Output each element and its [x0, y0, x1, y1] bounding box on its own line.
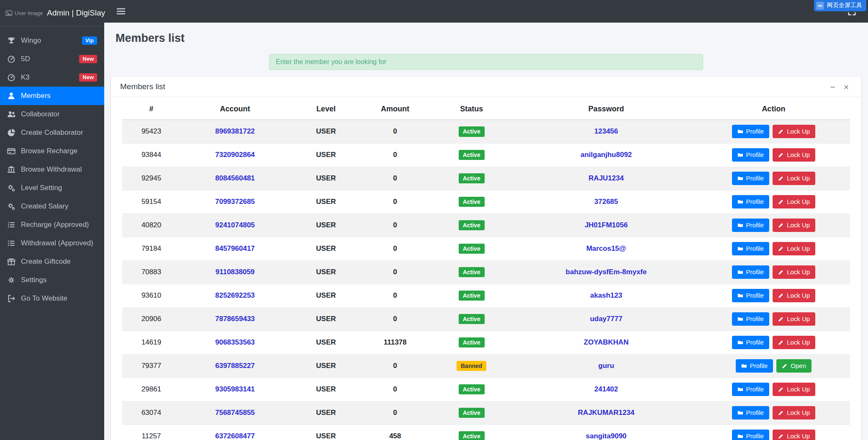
lockup-button[interactable]: Lock Up	[773, 383, 815, 396]
profile-button[interactable]: Profile	[732, 312, 770, 326]
password-link[interactable]: sangita9090	[586, 432, 627, 440]
member-id: 11257	[122, 425, 180, 440]
password-link[interactable]: 372685	[594, 198, 618, 206]
account-link[interactable]: 7320902864	[215, 151, 255, 159]
sidebar-item-settings[interactable]: Settings	[0, 271, 104, 289]
sidebar-item-wingo[interactable]: Wingo Vip	[0, 31, 104, 50]
profile-button[interactable]: Profile	[732, 430, 770, 440]
lockup-button[interactable]: Lock Up	[773, 265, 815, 279]
profile-button[interactable]: Profile	[736, 359, 773, 373]
extension-badge[interactable]: ∞ 网页全屏工具	[814, 0, 866, 11]
sidebar-item-label: Settings	[21, 276, 46, 284]
account-link[interactable]: 7099372685	[215, 198, 255, 206]
account-link[interactable]: 8252692253	[215, 291, 255, 299]
lockup-button[interactable]: Lock Up	[773, 430, 815, 440]
account-link[interactable]: 8969381722	[215, 127, 255, 135]
account-link[interactable]: 8457960417	[215, 244, 255, 252]
member-amount: 111378	[362, 331, 428, 354]
lockup-button[interactable]: Lock Up	[773, 172, 815, 185]
card-tools: − ×	[827, 82, 852, 91]
member-id: 93844	[122, 143, 180, 167]
sidebar-item-level-setting[interactable]: Level Setting	[0, 179, 104, 197]
member-id: 79377	[122, 354, 180, 378]
menu-icon	[7, 257, 15, 266]
sidebar-item-create-giftcode[interactable]: Create Giftcode	[0, 252, 104, 271]
folder-icon	[737, 222, 743, 228]
password-link[interactable]: RAJU1234	[588, 174, 624, 182]
pencil-icon	[778, 199, 784, 205]
account-link[interactable]: 9241074805	[215, 221, 255, 229]
profile-button[interactable]: Profile	[732, 406, 770, 419]
profile-button[interactable]: Profile	[732, 383, 770, 396]
profile-button[interactable]: Profile	[732, 172, 770, 185]
password-link[interactable]: anilganjhu8092	[580, 151, 632, 159]
account-link[interactable]: 7878659433	[215, 315, 255, 323]
account-link[interactable]: 7568745855	[215, 409, 255, 417]
password-link[interactable]: JH01FM1056	[585, 221, 628, 229]
lockup-button[interactable]: Lock Up	[773, 148, 815, 162]
lockup-button[interactable]: Lock Up	[773, 125, 815, 138]
profile-button[interactable]: Profile	[732, 125, 770, 138]
sidebar-item-recharge-approved[interactable]: Recharge (Approved)	[0, 216, 104, 234]
password-link[interactable]: Marcos15@	[586, 244, 626, 252]
sidebar-item-k3[interactable]: K3 New	[0, 68, 104, 87]
sidebar-toggle-button[interactable]	[114, 5, 128, 18]
member-level: USER	[290, 425, 362, 440]
password-link[interactable]: akash123	[590, 291, 622, 299]
sidebar-item-browse-recharge[interactable]: Browse Recharge	[0, 142, 104, 160]
account-link[interactable]: 9068353563	[215, 338, 255, 346]
sidebar-item-create-collaborator[interactable]: Create Collaborator	[0, 124, 104, 142]
sidebar-item-members[interactable]: Members	[0, 87, 104, 105]
member-id: 20906	[122, 307, 180, 331]
sidebar-item-withdrawal-approved[interactable]: Withdrawal (Approved)	[0, 234, 104, 252]
sidebar-item-5d[interactable]: 5D New	[0, 50, 104, 68]
password-link[interactable]: RAJKUMAR1234	[578, 409, 634, 417]
password-link[interactable]: 241402	[594, 385, 618, 393]
brand[interactable]: User Image Admin | DigiSlay	[0, 0, 104, 26]
password-link[interactable]: ZOYABKHAN	[584, 338, 629, 346]
profile-button[interactable]: Profile	[732, 242, 770, 255]
password-link[interactable]: guru	[598, 362, 614, 370]
account-link[interactable]: 6372608477	[215, 432, 255, 440]
sidebar-item-label: Level Setting	[21, 184, 62, 192]
account-link[interactable]: 9305983141	[215, 385, 255, 393]
account-link[interactable]: 9110838059	[216, 268, 255, 276]
lockup-button[interactable]: Lock Up	[773, 219, 815, 232]
status-badge: Active	[459, 173, 485, 184]
lockup-button[interactable]: Lock Up	[773, 242, 815, 255]
sidebar-item-collaborator[interactable]: Collaborator	[0, 105, 104, 124]
lockup-button[interactable]: Lock Up	[773, 312, 815, 326]
password-link[interactable]: uday7777	[590, 315, 623, 323]
profile-button[interactable]: Profile	[732, 265, 770, 279]
row-actions: Profile Lock Up	[701, 172, 847, 185]
pencil-icon	[778, 152, 784, 158]
profile-button[interactable]: Profile	[732, 336, 770, 349]
table-row: 93610 8252692253 USER 0 Active akash123 …	[122, 284, 850, 307]
lockup-button[interactable]: Lock Up	[773, 289, 815, 302]
col-header-action: Action	[697, 99, 850, 120]
member-id: 63074	[122, 401, 180, 425]
member-search-input[interactable]	[269, 54, 703, 70]
profile-button[interactable]: Profile	[732, 219, 770, 232]
password-link[interactable]: 123456	[594, 127, 618, 135]
sidebar-item-created-salary[interactable]: Created Salary	[0, 197, 104, 216]
account-link[interactable]: 8084560481	[215, 174, 255, 182]
profile-button[interactable]: Profile	[732, 289, 770, 302]
profile-button[interactable]: Profile	[732, 148, 770, 162]
avatar: User Image	[5, 10, 43, 17]
sidebar-item-go-to-website[interactable]: Go To Website	[0, 289, 104, 308]
col-header-password: Password	[515, 99, 697, 120]
profile-button[interactable]: Profile	[732, 195, 770, 208]
main-content: Members list Members list − × # Account …	[104, 0, 868, 440]
member-amount: 0	[362, 237, 428, 260]
close-button[interactable]: ×	[840, 82, 852, 91]
sidebar-item-browse-withdrawal[interactable]: Browse Withdrawal	[0, 160, 104, 179]
password-link[interactable]: bahzuw-dysfEm-8myxfe	[566, 268, 647, 276]
collapse-button[interactable]: −	[827, 82, 838, 91]
sidebar-item-label: Members	[21, 92, 51, 100]
lockup-button[interactable]: Lock Up	[773, 406, 815, 419]
account-link[interactable]: 6397885227	[215, 362, 255, 370]
lockup-button[interactable]: Lock Up	[773, 336, 815, 349]
lockup-button[interactable]: Lock Up	[773, 195, 815, 208]
open-button[interactable]: Open	[776, 359, 812, 373]
